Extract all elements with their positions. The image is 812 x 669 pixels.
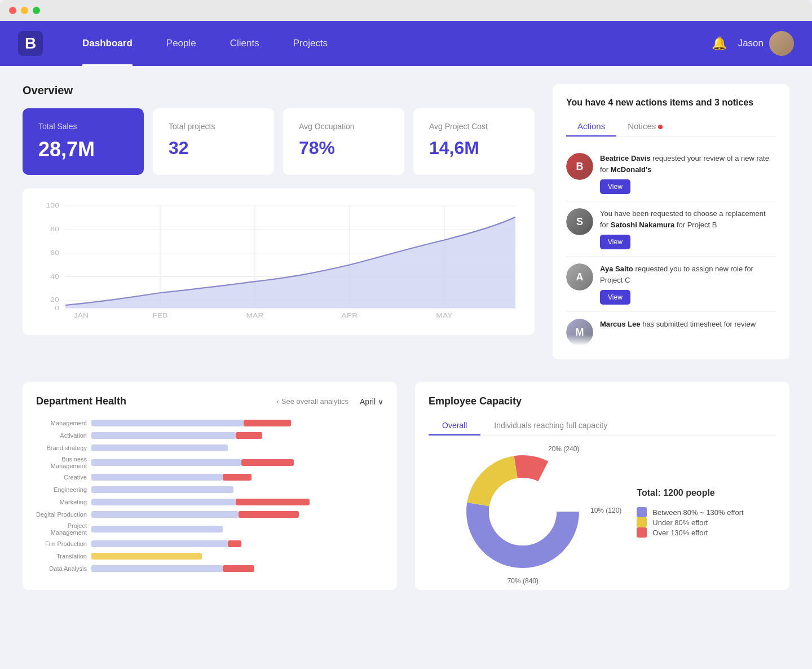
dept-bar-red	[239, 511, 299, 518]
dept-bar-row: Project Management	[36, 522, 383, 536]
dept-bar-blue	[91, 420, 244, 426]
dept-bar-blue	[91, 474, 223, 481]
top-row: Overview Total Sales 28,7M Total project…	[23, 84, 789, 359]
donut-label-top: 20% (240)	[548, 445, 579, 453]
nav-dashboard[interactable]: Dashboard	[65, 21, 149, 66]
notifications-tabs: Actions Notices	[566, 117, 776, 137]
dept-header: Department Health ‹ See overall analytic…	[36, 395, 383, 407]
legend-blue-dot	[637, 507, 647, 517]
stat-total-sales: Total Sales 28,7M	[23, 108, 144, 175]
stat-total-sales-label: Total Sales	[38, 122, 128, 131]
donut-chart-wrapper: 20% (240) 10% (120) 70% (840)	[461, 450, 585, 576]
dept-bar-blue	[91, 565, 223, 572]
dept-bar-row: Marketing	[36, 498, 383, 507]
bell-icon[interactable]: 🔔	[712, 36, 727, 51]
month-selector[interactable]: April ∨	[360, 397, 383, 406]
dept-bar-label: Translation	[36, 553, 87, 560]
dept-bar-label: Marketing	[36, 499, 87, 505]
dept-bars	[91, 525, 383, 534]
dept-bar-label: Activation	[36, 432, 87, 439]
legend-red-dot	[637, 527, 647, 538]
maximize-button[interactable]	[33, 7, 40, 14]
bottom-row: Department Health ‹ See overall analytic…	[23, 382, 789, 590]
area-chart: 100 80 60 40 20 0 JAN FEB MAR APR MAY	[23, 188, 535, 335]
notification-aya: A Aya Saito requested you to assign new …	[566, 257, 776, 312]
chart-svg: 100 80 60 40 20 0 JAN FEB MAR APR MAY	[34, 200, 523, 324]
dept-bars	[91, 510, 383, 519]
svg-text:MAY: MAY	[436, 312, 453, 319]
legend-yellow-text: Under 80% effort	[652, 518, 708, 527]
svg-text:APR: APR	[342, 312, 358, 319]
dept-bar-red	[244, 420, 291, 426]
view-beatrice-button[interactable]: View	[600, 179, 630, 194]
dept-bars-container: ManagementActivationBrand strategyBusine…	[36, 419, 383, 573]
dept-bar-row: Creative	[36, 473, 383, 482]
dept-bars	[91, 458, 383, 467]
tab-actions[interactable]: Actions	[566, 117, 616, 137]
dept-bar-red	[236, 432, 262, 439]
nav-projects[interactable]: Projects	[276, 21, 345, 66]
overview-title: Overview	[23, 84, 535, 97]
navbar: B Dashboard People Clients Projects 🔔 Ja…	[0, 21, 812, 66]
donut-svg	[461, 450, 585, 574]
close-button[interactable]	[9, 7, 16, 14]
capacity-tab-individuals[interactable]: Individuals reaching full capacity	[480, 416, 621, 435]
see-analytics-link[interactable]: ‹ See overall analytics	[276, 397, 348, 406]
dept-bars	[91, 419, 383, 428]
dept-bar-row: Business Management	[36, 456, 383, 469]
dept-bar-label: Engineering	[36, 486, 87, 493]
nav-people[interactable]: People	[149, 21, 213, 66]
stat-total-projects-value: 32	[169, 138, 258, 159]
minimize-button[interactable]	[21, 7, 28, 14]
window-chrome	[0, 0, 812, 21]
user-menu[interactable]: Jason	[738, 31, 794, 56]
capacity-total: Total: 1200 people	[637, 488, 743, 498]
svg-text:0: 0	[55, 305, 59, 311]
svg-text:80: 80	[50, 226, 59, 232]
notification-satoshi-content: You have been requested to choose a repl…	[600, 208, 776, 249]
view-satoshi-button[interactable]: View	[600, 235, 630, 249]
stat-avg-occupation-label: Avg Occupation	[299, 122, 389, 131]
dept-bar-row: Fim Production	[36, 539, 383, 548]
svg-text:JAN: JAN	[74, 312, 89, 319]
notification-fourth-content: Marcus Lee has submitted timesheet for r…	[600, 319, 776, 330]
stat-avg-occupation: Avg Occupation 78%	[283, 108, 404, 175]
dept-bar-label: Degital Production	[36, 511, 87, 518]
dept-bar-label: Creative	[36, 474, 87, 481]
nav-clients[interactable]: Clients	[213, 21, 276, 66]
dept-bar-label: Brand strategy	[36, 444, 87, 451]
capacity-tab-overall[interactable]: Overall	[429, 416, 480, 435]
legend-blue-text: Between 80% ~ 130% effort	[652, 508, 743, 517]
notification-fourth-text: Marcus Lee has submitted timesheet for r…	[600, 319, 776, 330]
notification-fourth: M Marcus Lee has submitted timesheet for…	[566, 312, 776, 346]
tab-notices[interactable]: Notices	[616, 117, 674, 137]
dept-bar-label: Business Management	[36, 456, 87, 469]
dept-bar-label: Project Management	[36, 522, 87, 536]
dept-bars	[91, 431, 383, 440]
svg-text:60: 60	[50, 249, 59, 256]
avatar-satoshi: S	[566, 208, 593, 235]
donut-label-right: 10% (120)	[590, 507, 621, 514]
svg-point-23	[489, 478, 557, 545]
notification-satoshi: S You have been requested to choose a re…	[566, 201, 776, 257]
dept-bar-blue	[91, 432, 236, 439]
dept-bar-row: Brand strategy	[36, 443, 383, 452]
legend-blue: Between 80% ~ 130% effort	[637, 507, 743, 517]
view-aya-button[interactable]: View	[600, 290, 630, 305]
stat-total-sales-value: 28,7M	[38, 138, 128, 161]
overview-section: Overview Total Sales 28,7M Total project…	[23, 84, 535, 359]
dept-bar-yellow	[91, 553, 202, 560]
department-health-panel: Department Health ‹ See overall analytic…	[23, 382, 397, 590]
dept-bar-row: Activation	[36, 431, 383, 440]
dept-bar-label: Fim Production	[36, 540, 87, 547]
dept-bar-red	[223, 474, 251, 481]
dept-bar-red	[223, 565, 254, 572]
svg-text:100: 100	[46, 203, 59, 209]
dept-bar-label: Data Analysis	[36, 565, 87, 572]
dept-bars	[91, 473, 383, 482]
notification-aya-text: Aya Saito requested you to assign new ro…	[600, 263, 776, 285]
dept-bar-blue	[91, 486, 233, 493]
dept-bar-row: Engineering	[36, 485, 383, 494]
notification-beatrice-text: Beatrice Davis requested your review of …	[600, 153, 776, 175]
notices-dot	[658, 125, 663, 129]
